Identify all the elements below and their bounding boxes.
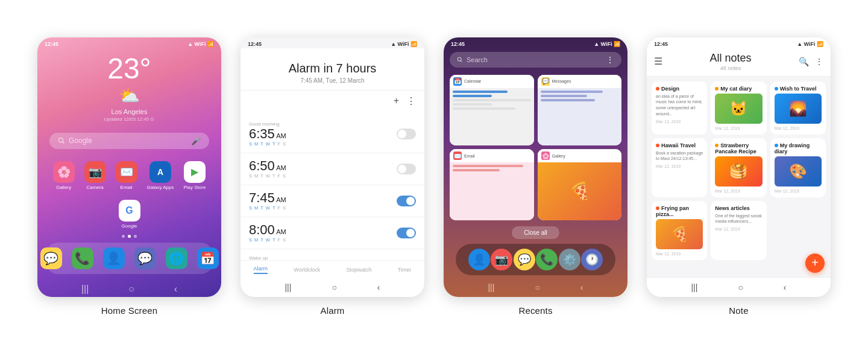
note-caption: Note [729, 305, 748, 316]
note-card-cat-date: Mar 12, 2019 [715, 126, 762, 130]
recents-card-3[interactable]: ✉️ Email [450, 149, 534, 220]
nav-home[interactable]: ○ [128, 284, 134, 295]
recents-more-icon[interactable]: ⋮ [606, 55, 614, 65]
alarm-tab-timer[interactable]: Timer [398, 267, 412, 273]
alarm-tab-alarm[interactable]: Alarm [254, 266, 268, 274]
note-card-pizza-img: 🍕 [656, 219, 703, 249]
svg-point-2 [458, 57, 461, 61]
note-menu-icon[interactable]: ☰ [654, 56, 662, 67]
recents-card-2-header: 💬 Messages [538, 75, 622, 88]
note-nav-back[interactable]: ‹ [784, 282, 787, 292]
recents-nav-back[interactable]: ‹ [580, 282, 583, 292]
note-status-icons: ▲ WiFi 📶 [797, 41, 823, 47]
note-search-icon[interactable]: 🔍 [799, 57, 809, 66]
recents-nav-recent[interactable]: ||| [488, 282, 494, 292]
alarm-item-4-left: 8:00 AM S M T W T F S [249, 223, 397, 243]
alarm-item-2[interactable]: 6:50 AM S M T W T F S [241, 153, 424, 185]
alarm-toggle-3[interactable] [397, 196, 416, 206]
home-status-time: 12:45 [45, 41, 58, 47]
app-galaxy[interactable]: A Galaxy Apps [147, 161, 174, 190]
nav-back[interactable]: ‹ [174, 284, 177, 295]
note-card-news[interactable]: News articles One of the biggest social … [711, 201, 766, 260]
alarm-tab-worldclock[interactable]: Worldclock [294, 267, 320, 273]
note-card-pancake[interactable]: Strawberry Pancake Recipe 🥞 Mar 12, 2019 [711, 138, 766, 197]
note-card-design[interactable]: Design an idea of a piece of music has c… [652, 81, 707, 135]
note-card-travel[interactable]: Wish to Travel 🌄 Mar 12, 2019 [770, 81, 826, 135]
note-card-hawaii[interactable]: Hawaii Travel Book a vacation package to… [652, 138, 707, 197]
alarm-item-5-left: Wake up 8:15 AM Thu Apr 18 [249, 255, 397, 260]
alarm-item-4-days: S M T W T F S [249, 237, 397, 243]
alarm-item-4[interactable]: 8:00 AM S M T W T F S [241, 217, 424, 249]
recents-dock-phone[interactable]: 📞 [536, 249, 558, 270]
alarm-tab-stopwatch[interactable]: Stopwatch [346, 267, 371, 273]
dock-calendar[interactable]: 📅 [197, 247, 219, 269]
alarm-add-button[interactable]: + [394, 95, 399, 107]
recents-card-1-name: Calendar [464, 79, 481, 83]
recents-card-2[interactable]: 💬 Messages [538, 75, 622, 146]
recents-card-1[interactable]: 📅 Calendar [450, 75, 534, 146]
home-clock-widget: 23° ⛅ Los Angeles Updated 12/03 12:45 ⊙ [37, 54, 221, 122]
app-playstore[interactable]: ▶ Play Store [184, 161, 206, 190]
home-status-bar: 12:45 ▲ WiFi 📶 [37, 37, 221, 48]
alarm-item-5-label: Wake up [249, 255, 397, 260]
alarm-title: Alarm in 7 hours [241, 62, 424, 75]
recents-search[interactable]: Search ⋮ [450, 52, 621, 68]
alarm-item-3[interactable]: 7:45 AM S M T W T F S [241, 185, 424, 217]
alarm-item-1[interactable]: Good morning 6:35 AM S M T W T F S [241, 115, 424, 153]
recents-dock-settings[interactable]: ⚙️ [559, 249, 580, 270]
note-card-cat[interactable]: My cat diary 🐱 Mar 12, 2019 [711, 81, 766, 135]
alarm-item-5[interactable]: Wake up 8:15 AM Thu Apr 18 [241, 249, 424, 260]
home-location: Los Angeles [112, 108, 148, 115]
recents-card-2-content [538, 88, 622, 146]
alarm-screen: 12:45 ▲ WiFi 📶 Alarm in 7 hours 7:45 AM,… [241, 37, 424, 297]
recents-search-text: Search [467, 56, 488, 63]
note-card-drawing-date: Mar 12, 2019 [775, 189, 822, 193]
app-google[interactable]: G Google [119, 200, 140, 229]
recents-dock-contacts[interactable]: 👤 [468, 249, 490, 270]
line-5 [453, 107, 515, 110]
recents-card-4-header: 🌸 Gallery [538, 149, 622, 162]
home-nav-bar: ||| ○ ‹ [37, 279, 221, 297]
alarm-toggle-1[interactable] [397, 129, 416, 139]
dock-internet[interactable]: 🌐 [166, 247, 187, 269]
note-card-pizza[interactable]: Frying pan pizza... 🍕 Mar 12, 2019 [652, 201, 707, 260]
alarm-toggle-2[interactable] [397, 164, 416, 174]
dot-3 [134, 235, 137, 238]
note-screen: 12:45 ▲ WiFi 📶 ☰ All notes 48 notes 🔍 [647, 37, 831, 297]
recents-dock-camera[interactable]: 📷 [491, 249, 512, 270]
home-temperature: 23° [107, 54, 151, 83]
recents-card-4[interactable]: 🌸 Gallery 🍕 [538, 149, 622, 220]
nav-recent[interactable]: ||| [81, 284, 89, 295]
svg-line-3 [461, 60, 462, 62]
note-nav-recent[interactable]: ||| [691, 282, 697, 292]
app-camera[interactable]: 📷 Camera [84, 161, 106, 190]
app-email[interactable]: ✉️ Email [116, 161, 137, 190]
alarm-nav-home[interactable]: ○ [332, 282, 336, 292]
recents-nav-home[interactable]: ○ [535, 282, 539, 292]
dock-chat[interactable]: 💬 [134, 247, 156, 269]
alarm-item-3-left: 7:45 AM S M T W T F S [249, 191, 397, 211]
note-more-icon[interactable]: ⋮ [815, 57, 823, 66]
recents-card-1-icon: 📅 [453, 77, 462, 86]
note-nav-home[interactable]: ○ [738, 282, 743, 292]
home-search-bar[interactable]: Google 🎤 [49, 133, 209, 149]
recents-dock-messages[interactable]: 💬 [514, 249, 535, 270]
recents-close-all-button[interactable]: Close all [512, 226, 559, 239]
note-fab-button[interactable]: + [805, 253, 825, 273]
dock-contacts[interactable]: 👤 [103, 247, 125, 269]
dock-messages[interactable]: 💬 [40, 247, 62, 269]
note-card-pancake-img: 🥞 [715, 156, 762, 187]
dock-phone[interactable]: 📞 [72, 247, 93, 269]
note-grid: Design an idea of a piece of music has c… [647, 77, 831, 265]
alarm-more-button[interactable]: ⋮ [406, 95, 416, 107]
recents-dock-clock[interactable]: 🕐 [581, 249, 603, 270]
recents-card-2-icon: 💬 [541, 77, 550, 86]
alarm-nav-recent[interactable]: ||| [285, 282, 291, 292]
home-weather-icon: ⛅ [119, 86, 140, 106]
home-phone-frame: 12:45 ▲ WiFi 📶 23° ⛅ Los Angeles Updated… [37, 37, 221, 297]
note-card-drawing[interactable]: My drawing diary 🎨 Mar 12, 2019 [770, 138, 826, 197]
screenshots-row: 12:45 ▲ WiFi 📶 23° ⛅ Los Angeles Updated… [13, 23, 855, 316]
app-gallery[interactable]: 🌸 Gallery [53, 161, 75, 190]
alarm-toggle-4[interactable] [397, 228, 416, 238]
alarm-nav-back[interactable]: ‹ [377, 282, 380, 292]
